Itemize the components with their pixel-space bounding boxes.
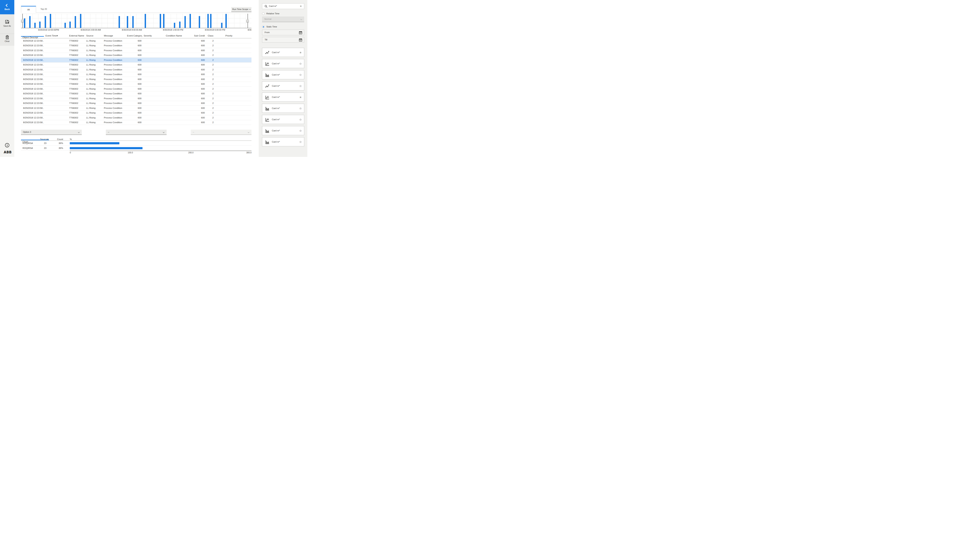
event-table-header: Event Time▾External NameSourceMessageEve… [21, 35, 251, 38]
table-cell: LL Rising [85, 78, 102, 80]
column-header[interactable]: Severity [142, 35, 164, 37]
run-time-scope-button[interactable]: Run Time Scope [231, 7, 251, 12]
table-cell: 600 [126, 97, 142, 100]
table-cell: Process Condition [102, 64, 126, 66]
timeline-bar [207, 14, 209, 28]
card-item[interactable]: Card nr*☆ [262, 104, 304, 113]
column-header[interactable]: Source [85, 35, 102, 37]
star-filled-icon[interactable]: ★ [299, 96, 302, 99]
card-item[interactable]: Card nr*★ [262, 92, 304, 102]
star-outline-icon[interactable]: ☆ [299, 73, 302, 77]
star-outline-icon[interactable]: ☆ [299, 140, 302, 144]
star-outline-icon[interactable]: ☆ [299, 84, 302, 88]
card-item[interactable]: Card nr*★ [262, 48, 304, 57]
summary-percent-cell: 36% [48, 142, 65, 144]
table-cell: LL Rising [85, 92, 102, 95]
table-row[interactable]: 8/29/2018 12:23:58...TT68302LL RisingPro… [21, 67, 251, 72]
relative-mode-select: Normal [262, 16, 304, 22]
table-row[interactable]: 8/29/2018 12:23:58...TT68302LL RisingPro… [21, 96, 251, 101]
table-cell: 8/29/2018 12:23:58... [21, 107, 44, 109]
back-label: Back [0, 8, 14, 10]
column-header[interactable]: Event Time▾ [44, 34, 68, 37]
card-item[interactable]: Card nr*☆ [262, 137, 304, 146]
bar-track [70, 142, 251, 144]
column-header[interactable]: Count [48, 138, 65, 140]
timeline-range-end-handle[interactable]: ‹ › [246, 20, 249, 22]
column-header[interactable]: External Name [68, 35, 85, 37]
star-outline-icon[interactable]: ☆ [299, 62, 302, 65]
from-placeholder: From [265, 31, 270, 33]
calendar-icon [299, 31, 302, 34]
event-frequency-timeline-chart [21, 14, 251, 28]
timeline-bar [127, 16, 128, 28]
back-button[interactable]: Back [0, 0, 14, 14]
column-header[interactable]: Event Category [126, 35, 142, 37]
table-cell: Process Condition [102, 44, 126, 47]
till-date-input[interactable]: Till [262, 37, 304, 43]
info-button[interactable] [5, 143, 10, 147]
table-cell: TT68302 [68, 107, 85, 109]
table-row[interactable]: 8/29/2018 12:23:58...TT68302LL RisingPro… [21, 106, 251, 111]
card-item[interactable]: Card nr*☆ [262, 81, 304, 91]
table-row[interactable]: 8/29/2018 12:23:58...TT68302LL RisingPro… [21, 38, 251, 43]
sort-indicator [21, 36, 44, 37]
timeline-bar [160, 14, 161, 28]
save-as-button[interactable]: Save As [0, 14, 14, 33]
column-header[interactable]: Source▾ [40, 138, 48, 140]
tab-top20[interactable]: Top 20 [36, 6, 51, 13]
table-row[interactable]: 8/29/2018 12:23:58...TT68302LL RisingPro… [21, 53, 251, 58]
column-header[interactable]: Class [205, 35, 214, 37]
star-outline-icon[interactable]: ☆ [299, 129, 302, 132]
card-label: Card nr* [272, 62, 280, 65]
timeline-bar [163, 14, 164, 28]
timeline-range-start-handle[interactable]: ‹ › [21, 20, 24, 22]
table-row[interactable]: 8/29/2018 12:23:58...TT68302LL RisingPro… [21, 43, 251, 48]
table-row[interactable]: 8/29/2018 12:23:58...TT68302LL RisingPro… [21, 48, 251, 53]
table-row[interactable]: 8/29/2018 12:23:58...TT68302LL RisingPro… [21, 57, 251, 62]
column-header[interactable]: Priority [214, 35, 251, 37]
table-row[interactable]: 8/29/2018 12:23:58...TT68302LL RisingPro… [21, 120, 251, 125]
favorite-star-icon[interactable]: ★ [299, 3, 302, 9]
timeline-bar [174, 23, 175, 28]
table-row[interactable]: 8/29/2018 12:23:58...TT68302LL RisingPro… [21, 72, 251, 77]
clear-button[interactable]: Clear [0, 33, 14, 46]
card-item[interactable]: Card nr*☆ [262, 70, 304, 79]
summary-row[interactable]: ROQIRSA2336% [21, 146, 251, 151]
card-search-input[interactable]: Card nr* ★ [262, 3, 304, 9]
star-outline-icon[interactable]: ☆ [299, 107, 302, 110]
static-time-radio[interactable]: Static Time [262, 25, 277, 28]
card-label: Card nr* [272, 96, 280, 98]
table-cell: Process Condition [102, 83, 126, 85]
left-toolbar: Back Save As Clear [0, 0, 14, 157]
star-outline-icon[interactable]: ☆ [299, 118, 302, 121]
back-chevron-icon [6, 4, 9, 7]
table-row[interactable]: 8/29/2018 12:23:58...TT68302LL RisingPro… [21, 86, 251, 91]
from-date-input[interactable]: From [262, 30, 304, 35]
card-item[interactable]: Card nr*☆ [262, 59, 304, 68]
table-cell: 2 [205, 64, 214, 66]
tab-all[interactable]: All [21, 6, 36, 13]
summary-row[interactable]: ROQIRSA2336% [21, 141, 251, 146]
card-item[interactable]: Card nr*☆ [262, 115, 304, 124]
table-row[interactable]: 8/29/2018 12:23:58...TT68302LL RisingPro… [21, 77, 251, 82]
table-cell: 8/29/2018 12:23:58... [21, 102, 44, 104]
column-header[interactable]: Message [102, 35, 126, 37]
timeline-bar [69, 22, 71, 28]
column-header[interactable]: % [65, 138, 251, 140]
summary-chart-cell [65, 142, 251, 144]
table-row[interactable]: 8/29/2018 12:23:58...TT68302LL RisingPro… [21, 62, 251, 67]
column-header[interactable]: Condition Name [164, 35, 194, 37]
relative-time-radio[interactable]: Relative Time [262, 12, 280, 15]
table-row[interactable]: 8/29/2018 12:23:58...TT68302LL RisingPro… [21, 101, 251, 106]
star-filled-icon[interactable]: ★ [299, 51, 302, 54]
column-header[interactable]: Sub Condition Name [194, 35, 205, 37]
table-row[interactable]: 8/29/2018 12:23:58...TT68302LL RisingPro… [21, 91, 251, 96]
group-by-select[interactable]: Option 3 [21, 130, 82, 135]
table-row[interactable]: 8/29/2018 12:23:58...TT68302LL RisingPro… [21, 115, 251, 120]
abb-logo: ABB [4, 150, 12, 154]
table-row[interactable]: 8/29/2018 12:23:58...TT68302LL RisingPro… [21, 82, 251, 87]
table-row[interactable]: 8/29/2018 12:23:58...TT68302LL RisingPro… [21, 111, 251, 115]
filter2-select[interactable]: -- [106, 130, 167, 135]
card-item[interactable]: Card nr*☆ [262, 126, 304, 135]
filter3-value: -- [192, 131, 194, 133]
